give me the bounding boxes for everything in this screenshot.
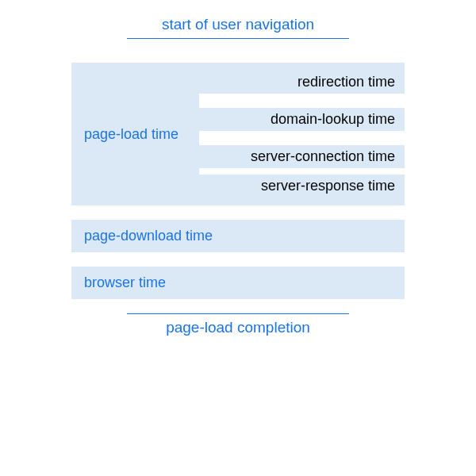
footer-label: page-load completion <box>71 319 405 336</box>
sub-item: redirection time <box>199 71 397 94</box>
header-label: start of user navigation <box>71 16 405 33</box>
footer-divider <box>127 313 349 314</box>
gap <box>199 168 405 175</box>
gap <box>199 94 405 108</box>
page-load-block: page-load time redirection time domain-l… <box>71 63 405 205</box>
header-divider <box>127 38 349 39</box>
sub-item: server-connection time <box>199 145 397 168</box>
page-load-label: page-load time <box>84 126 199 143</box>
sub-item: domain-lookup time <box>199 108 397 131</box>
sub-item: server-response time <box>199 175 397 198</box>
browser-time-bar: browser time <box>71 267 405 299</box>
diagram-main: page-load time redirection time domain-l… <box>71 63 405 299</box>
page-download-bar: page-download time <box>71 220 405 252</box>
gap <box>199 131 405 145</box>
page-load-sub-column: redirection time domain-lookup time serv… <box>199 71 397 198</box>
